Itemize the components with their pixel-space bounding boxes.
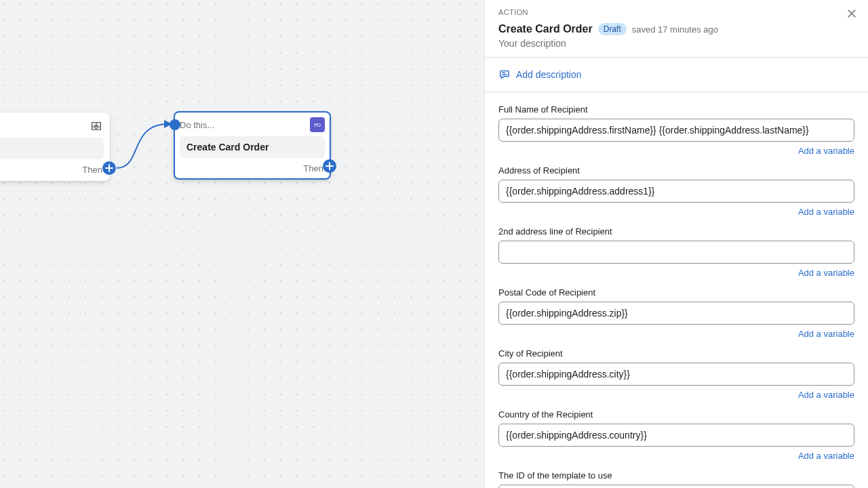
field-label: 2nd address line of Recipient [498,226,854,237]
add-variable-link[interactable]: Add a variable [798,451,854,461]
field-label: Postal Code of Recipient [498,287,854,298]
field-city: City of Recipient Add a variable [498,348,854,400]
panel-kicker: ACTION [498,8,854,16]
postal-input[interactable] [498,302,854,325]
node-then-label: Then [180,161,325,174]
edge-connector [115,119,176,173]
add-variable-link[interactable]: Add a variable [798,146,854,156]
node-title: Create Card Order [180,136,325,158]
node-kicker: Do this... [180,120,214,130]
input-port[interactable] [170,119,180,130]
add-description-button[interactable]: Add description [485,58,868,92]
close-icon[interactable] [845,7,859,20]
address2-input[interactable] [498,241,854,264]
flow-node-previous[interactable]: hen... paid Then [0,113,110,181]
status-badge: Draft [598,23,627,35]
field-full-name: Full Name of Recipient Add a variable [498,104,854,156]
field-label: Address of Recipient [498,165,854,176]
add-step-button[interactable] [102,161,116,175]
add-variable-link[interactable]: Add a variable [798,329,854,339]
address-input[interactable] [498,180,854,203]
field-template-id: The ID of the template to use You can ge… [498,470,854,488]
city-input[interactable] [498,363,854,386]
node-title: paid [0,138,104,159]
field-label: The ID of the template to use [498,470,854,481]
saved-text: saved 17 minutes ago [632,24,718,35]
node-then-label: Then [0,162,104,175]
template-id-input[interactable] [498,485,854,488]
add-variable-link[interactable]: Add a variable [798,207,854,217]
add-step-button[interactable] [323,159,336,173]
print-one-app-icon: PO [310,117,325,132]
field-label: Country of the Recipient [498,409,854,420]
field-address: Address of Recipient Add a variable [498,165,854,217]
panel-title: Create Card Order [498,23,593,35]
add-description-label: Add description [516,69,582,80]
flow-canvas[interactable]: hen... paid Then Do this... PO Create Ca… [0,0,484,488]
field-label: Full Name of Recipient [498,104,854,115]
speech-bubble-icon [498,68,511,81]
add-variable-link[interactable]: Add a variable [798,268,854,278]
full-name-input[interactable] [498,119,854,142]
field-country: Country of the Recipient Add a variable [498,409,854,461]
field-postal: Postal Code of Recipient Add a variable [498,287,854,339]
panel-subtitle: Your description [498,38,854,49]
flow-node-create-card-order[interactable]: Do this... PO Create Card Order Then [174,111,331,180]
field-label: City of Recipient [498,348,854,359]
action-settings-panel: ACTION Create Card Order Draft saved 17 … [484,0,868,488]
add-variable-link[interactable]: Add a variable [798,390,854,400]
field-address2: 2nd address line of Recipient Add a vari… [498,226,854,278]
country-input[interactable] [498,424,854,447]
inbox-icon [89,119,104,134]
